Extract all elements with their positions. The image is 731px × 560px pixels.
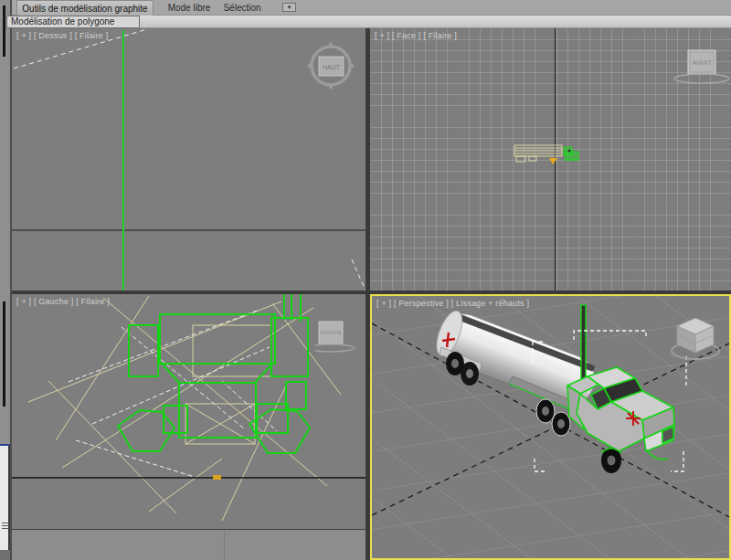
viewport-front-label[interactable]: [ + ] [ Face ] [ Filaire ] xyxy=(375,31,457,40)
application-window: Outils de modélisation graphite Mode lib… xyxy=(0,0,731,560)
viewcube-left-face-label[interactable]: GAUCHE xyxy=(320,330,342,335)
viewcube-perspective[interactable] xyxy=(672,318,719,359)
viewport-left-scene[interactable] xyxy=(12,294,366,529)
viewport-top-scene[interactable]: HAUT xyxy=(12,28,366,291)
viewport-front[interactable]: [ + ] [ Face ] [ Filaire ] AVANT xyxy=(370,28,731,291)
wireframe-dashed-lines xyxy=(69,311,277,477)
viewport-perspective-label[interactable]: [ + ] [ Perspective ] [ Lissage + réhaut… xyxy=(376,299,529,308)
cab-window-dot xyxy=(568,150,571,153)
status-strip-divider xyxy=(224,530,225,560)
viewcube-top[interactable]: HAUT xyxy=(308,43,355,90)
ribbon-tabbar: Outils de modélisation graphite Mode lib… xyxy=(12,0,731,16)
panel-edge-bar xyxy=(3,5,5,57)
viewcube-front-face-label[interactable]: AVANT xyxy=(693,59,712,66)
pivot-marker xyxy=(549,158,557,164)
maxscript-listener-edge[interactable] xyxy=(0,446,10,550)
truck-cab-selected[interactable] xyxy=(567,367,674,460)
viewport-top[interactable]: [ + ] [ Dessus ] [ Filaire ] HAUT xyxy=(12,28,366,291)
viewcube-left[interactable]: GAUCHE xyxy=(315,318,366,358)
truck-front-view[interactable] xyxy=(507,140,589,169)
window-corner xyxy=(0,550,10,560)
front-wheel[interactable] xyxy=(601,448,621,473)
polygon-modeling-dropdown[interactable]: Modélisation de polygone xyxy=(6,16,140,28)
viewport-perspective-active[interactable]: [ + ] [ Perspective ] [ Lissage + réhaut… xyxy=(370,294,731,560)
cab-wireframe-selected[interactable] xyxy=(564,147,578,160)
tab-graphite-modeling[interactable]: Outils de modélisation graphite xyxy=(16,0,154,16)
ribbon-minimize-button[interactable]: ▾ xyxy=(282,3,296,12)
tab-selection[interactable]: Sélection xyxy=(215,0,270,16)
viewcube-front[interactable]: AVANT xyxy=(672,48,731,87)
panel-edge-bar xyxy=(3,301,5,407)
viewcube-top-face-label[interactable]: HAUT xyxy=(323,64,341,70)
listener-lines-icon xyxy=(2,523,8,531)
viewport-perspective-scene[interactable] xyxy=(372,296,729,558)
cab-wireframe-selected[interactable] xyxy=(118,294,310,453)
status-strip xyxy=(12,529,366,560)
viewport-left-label[interactable]: [ + ] [ Gauche ] [ Filaire ] xyxy=(16,297,110,306)
wireframe-dashed-line xyxy=(352,259,366,291)
viewport-left[interactable]: [ + ] [ Gauche ] [ Filaire ] xyxy=(12,294,366,529)
tab-freeform[interactable]: Mode libre xyxy=(156,0,222,16)
pivot-marker xyxy=(213,475,221,480)
viewport-top-label[interactable]: [ + ] [ Dessus ] [ Filaire ] xyxy=(16,31,108,40)
exhaust-stack-selected[interactable] xyxy=(581,305,586,382)
left-panel-edge xyxy=(0,0,12,560)
